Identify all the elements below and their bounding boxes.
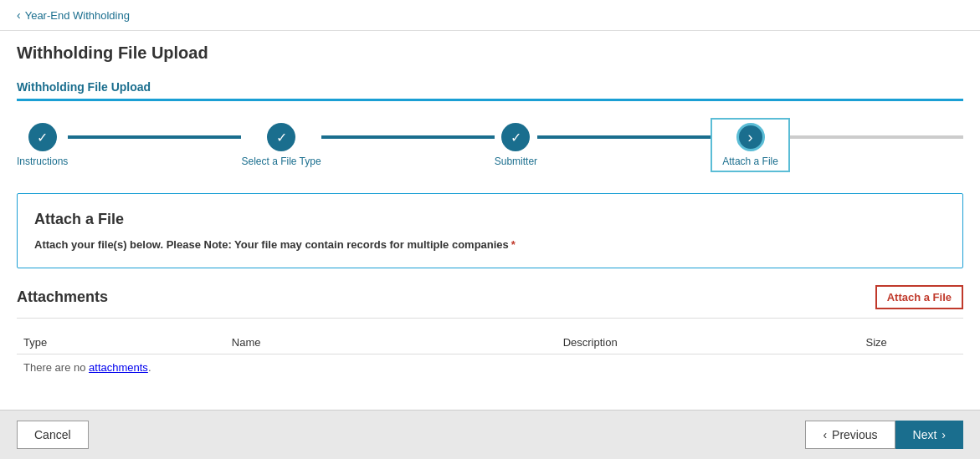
step-label-select-file-type: Select a File Type (241, 156, 321, 167)
attachments-header: Attachments Attach a File (17, 285, 963, 309)
no-attachments-period: . (148, 361, 151, 374)
col-header-size: Size (859, 331, 963, 354)
step-label-submitter: Submitter (495, 156, 537, 167)
no-attachments-cell: There are no attachments. (17, 354, 963, 381)
back-label: Year-End Withholding (25, 9, 130, 22)
step-line-2 (321, 135, 495, 139)
stepper: ✓ Instructions ✓ Select a File Type ✓ Su… (17, 118, 963, 172)
step-circle-instructions: ✓ (28, 123, 57, 151)
previous-label: Previous (832, 428, 877, 441)
step-circle-submitter: ✓ (501, 123, 530, 151)
next-button[interactable]: Next › (895, 421, 963, 449)
page-title: Withholding File Upload (17, 43, 963, 63)
step-circle-attach-a-file: › (736, 123, 765, 151)
card-description: Attach your file(s) below. Please Note: … (34, 238, 946, 251)
nav-buttons: ‹ Previous Next › (805, 421, 963, 449)
table-divider (17, 318, 963, 319)
attachments-table: Type Name Description Size There are no … (17, 331, 963, 380)
required-star: * (511, 238, 516, 251)
step-line-1 (68, 135, 241, 139)
attach-file-button[interactable]: Attach a File (875, 285, 963, 309)
back-arrow-icon: ‹ (17, 8, 21, 22)
no-attachments-text: There are no (23, 361, 89, 374)
attachments-link[interactable]: attachments (89, 361, 148, 374)
back-link[interactable]: ‹ Year-End Withholding (17, 8, 130, 22)
step-attach-a-file-box: › Attach a File (711, 118, 790, 172)
step-select-file-type: ✓ Select a File Type (241, 123, 321, 167)
attachments-section: Attachments Attach a File Type Name Desc… (17, 285, 963, 380)
step-instructions: ✓ Instructions (17, 123, 68, 167)
step-line-3 (537, 135, 711, 139)
step-label-instructions: Instructions (17, 156, 68, 167)
next-label: Next (913, 428, 937, 441)
table-header-row: Type Name Description Size (17, 331, 963, 354)
tab-label[interactable]: Withholding File Upload (17, 75, 161, 101)
col-header-name: Name (225, 331, 557, 354)
previous-button[interactable]: ‹ Previous (805, 421, 895, 449)
tab-section: Withholding File Upload (17, 75, 963, 101)
cancel-button[interactable]: Cancel (17, 421, 89, 449)
page-content: Withholding File Upload Withholding File… (0, 31, 980, 410)
step-circle-select-file-type: ✓ (267, 123, 295, 151)
step-label-attach-a-file: Attach a File (722, 156, 778, 167)
card-title: Attach a File (34, 211, 946, 228)
step-submitter: ✓ Submitter (495, 123, 537, 167)
no-attachments-row: There are no attachments. (17, 354, 963, 381)
top-nav: ‹ Year-End Withholding (0, 0, 980, 31)
step-line-4 (790, 135, 963, 139)
attach-file-card: Attach a File Attach your file(s) below.… (17, 193, 963, 268)
bottom-bar: Cancel ‹ Previous Next › (0, 410, 980, 459)
prev-arrow-icon: ‹ (823, 428, 827, 441)
col-header-description: Description (557, 331, 859, 354)
next-arrow-icon: › (942, 428, 946, 441)
col-header-type: Type (17, 331, 225, 354)
attachments-title: Attachments (17, 288, 108, 306)
